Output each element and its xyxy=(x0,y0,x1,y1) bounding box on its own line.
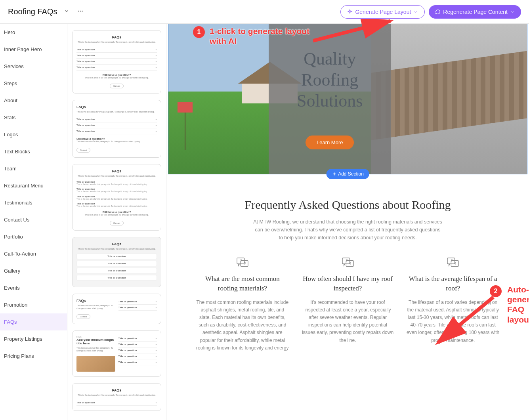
sidebar-item-portfolio[interactable]: Portfolio xyxy=(0,228,67,245)
template-sidebar: FAQs This is the text area for this para… xyxy=(67,24,166,420)
sidebar-item-promotion[interactable]: Promotion xyxy=(0,296,67,313)
sidebar-item-gallery[interactable]: Gallery xyxy=(0,262,67,279)
faq-item: ?? What is the average lifespan of a roo… xyxy=(406,258,500,352)
sidebar-item-hero[interactable]: Hero xyxy=(0,24,67,41)
sidebar-item-pricing-plans[interactable]: Pricing Plans xyxy=(0,347,67,365)
faq-section[interactable]: Frequently Asked Questions about Roofing… xyxy=(168,174,527,360)
svg-point-0 xyxy=(78,11,79,12)
faq-subtext: At MTW Roofing, we understand that choos… xyxy=(253,218,443,242)
hero-overlay: Quality Roofing Solutions Learn More xyxy=(269,24,391,174)
sidebar-item-faqs[interactable]: FAQs xyxy=(0,313,67,330)
sidebar-item-about[interactable]: About xyxy=(0,92,67,109)
category-sidebar: Hero Inner Page Hero Services Steps Abou… xyxy=(0,24,67,420)
template-sub: This is the text area for this paragraph… xyxy=(76,41,157,44)
faq-item: ?? What are the most common roofing mate… xyxy=(196,258,289,352)
main-layout: Hero Inner Page Hero Services Steps Abou… xyxy=(0,24,529,420)
sidebar-item-services[interactable]: Services xyxy=(0,58,67,75)
refresh-icon xyxy=(435,9,441,15)
sidebar-item-events[interactable]: Events xyxy=(0,279,67,296)
faq-question: What are the most common roofing materia… xyxy=(196,274,289,293)
faq-grid: ?? What are the most common roofing mate… xyxy=(196,258,500,352)
canvas: Quality Roofing Solutions Learn More Add… xyxy=(166,24,529,420)
sidebar-item-steps[interactable]: Steps xyxy=(0,75,67,92)
regenerate-content-button[interactable]: Regenerate Page Content xyxy=(429,5,521,19)
chevron-down-icon xyxy=(64,8,69,14)
sparkle-icon xyxy=(347,9,353,15)
template-faq-5[interactable]: FAQs This text area is for this paragrap… xyxy=(72,294,161,324)
add-section-button[interactable]: Add Section xyxy=(326,169,369,179)
sidebar-item-testimonials[interactable]: Testimonials xyxy=(0,194,67,211)
svg-text:?: ? xyxy=(349,262,351,265)
sidebar-item-cta[interactable]: Call-To-Action xyxy=(0,245,67,262)
chat-question-icon: ?? xyxy=(342,258,354,268)
template-faq-1[interactable]: FAQs This is the text area for this para… xyxy=(72,30,161,94)
template-faq-2[interactable]: FAQs This is the text area for this para… xyxy=(72,100,161,157)
hero-section[interactable]: Quality Roofing Solutions Learn More Add… xyxy=(168,24,527,174)
sidebar-item-stats[interactable]: Stats xyxy=(0,109,67,126)
svg-text:?: ? xyxy=(240,258,242,262)
faq-heading: Frequently Asked Questions about Roofing xyxy=(196,198,500,212)
svg-point-1 xyxy=(80,11,81,12)
generate-layout-button[interactable]: Generate Page Layout xyxy=(340,5,425,19)
svg-text:?: ? xyxy=(455,262,456,265)
template-faq-3[interactable]: FAQs This is the text area for this para… xyxy=(72,164,161,231)
svg-point-2 xyxy=(82,11,83,12)
sidebar-item-property-listings[interactable]: Property Listings xyxy=(0,330,67,347)
faq-item: ?? How often should I have my roof inspe… xyxy=(301,258,395,352)
page-title: Roofing FAQs xyxy=(8,7,57,16)
faq-answer: The lifespan of a roof varies depending … xyxy=(406,299,500,344)
faq-question: How often should I have my roof inspecte… xyxy=(301,274,395,293)
chevron-down-icon xyxy=(510,10,515,14)
sidebar-item-contact-us[interactable]: Contact Us xyxy=(0,211,67,228)
topbar-right: Generate Page Layout Regenerate Page Con… xyxy=(340,5,521,19)
regenerate-content-label: Regenerate Page Content xyxy=(443,9,508,15)
sidebar-item-restaurant-menu[interactable]: Restaurant Menu xyxy=(0,177,67,194)
plus-icon xyxy=(332,172,336,176)
faq-answer: It's recommended to have your roof inspe… xyxy=(301,299,395,344)
sidebar-item-team[interactable]: Team xyxy=(0,160,67,177)
topbar: Roofing FAQs Generate Page Layout Regene… xyxy=(0,0,529,24)
sidebar-item-text-blocks[interactable]: Text Blocks xyxy=(0,143,67,160)
template-faq-4[interactable]: FAQs This is the text area for this para… xyxy=(72,237,161,287)
page-title-dropdown[interactable] xyxy=(62,7,71,17)
ellipsis-icon xyxy=(77,8,84,14)
template-faq-7[interactable]: FAQs This is the text area for this para… xyxy=(72,383,161,411)
svg-text:?: ? xyxy=(346,258,348,262)
more-options-button[interactable] xyxy=(76,6,85,17)
learn-more-button[interactable]: Learn More xyxy=(306,136,354,149)
faq-answer: The most common roofing materials includ… xyxy=(196,299,289,352)
template-title: FAQs xyxy=(76,35,157,39)
sidebar-item-inner-hero[interactable]: Inner Page Hero xyxy=(0,41,67,58)
template-faq-6[interactable]: FAQs Add your medium length title here T… xyxy=(72,330,161,376)
chat-question-icon: ?? xyxy=(447,258,459,268)
svg-text:?: ? xyxy=(244,262,246,265)
chat-question-icon: ?? xyxy=(237,258,248,268)
chevron-down-icon xyxy=(413,10,418,14)
topbar-left: Roofing FAQs xyxy=(8,6,85,17)
generate-layout-label: Generate Page Layout xyxy=(355,9,411,15)
svg-text:?: ? xyxy=(451,258,453,262)
template-image xyxy=(76,356,115,372)
sidebar-item-logos[interactable]: Logos xyxy=(0,126,67,143)
hero-image-right xyxy=(371,24,527,174)
for-sale-sign xyxy=(185,102,185,150)
faq-question: What is the average lifespan of a roof? xyxy=(406,274,500,293)
hero-title: Quality Roofing Solutions xyxy=(297,49,363,111)
